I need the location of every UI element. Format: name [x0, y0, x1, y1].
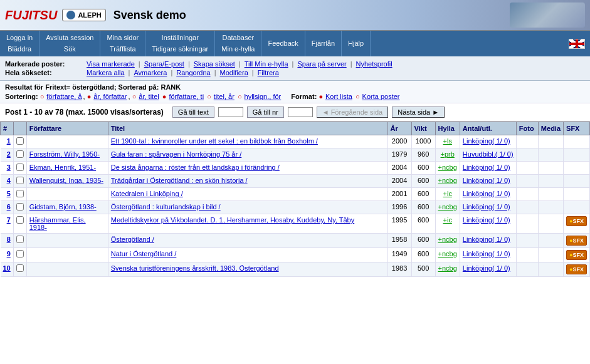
row-num-link[interactable]: 8 — [7, 236, 11, 243]
shelf-link[interactable]: +ncbg — [438, 203, 457, 211]
row-checkbox[interactable] — [16, 164, 24, 171]
nav-settings[interactable]: Inställningar Tidigare sökningar — [145, 31, 215, 56]
row-num-link[interactable]: 1 — [7, 137, 11, 145]
sfx-badge[interactable]: ●SFX — [566, 250, 587, 260]
prev-page-button[interactable]: ◄ Föregående sida — [317, 107, 389, 118]
row-checkbox[interactable] — [16, 190, 24, 197]
sfx-badge[interactable]: ●SFX — [566, 216, 587, 226]
title-link[interactable]: Trädgårdar i Östergötland : en skön hist… — [111, 177, 248, 184]
row-checkbox[interactable] — [16, 177, 24, 184]
copies-link[interactable]: Linköping( 1/ 0) — [463, 190, 510, 197]
author-link[interactable]: Wallenquist, Inga, 1935- — [29, 177, 103, 184]
sfx-badge[interactable]: ●SFX — [566, 264, 587, 274]
save-server-link[interactable]: Spara på server — [297, 60, 346, 68]
shelf-link[interactable]: +prb — [441, 150, 455, 158]
copies-link[interactable]: Linköping( 1/ 0) — [463, 250, 510, 257]
shelf-link[interactable]: +ncbg — [438, 236, 457, 243]
col-photo[interactable]: Foto — [516, 122, 538, 135]
sort-title-year[interactable]: titel, år — [214, 93, 234, 100]
shelf-link[interactable]: +ic — [443, 216, 452, 224]
row-num-link[interactable]: 10 — [3, 264, 11, 272]
sort-author-year[interactable]: författare, å — [46, 93, 82, 100]
title-link[interactable]: Katedralen i Linköping / — [111, 190, 183, 197]
title-link[interactable]: Svenska turistföreningens årsskrift. 198… — [111, 264, 279, 272]
author-link[interactable]: Gidstam, Björn, 1938- — [29, 203, 97, 211]
sort-year-title[interactable]: år, titel — [139, 93, 159, 100]
shelf-link[interactable]: +ncbg — [438, 264, 457, 272]
nav-fjärrlån[interactable]: Fjärrlån — [305, 31, 342, 56]
mark-all-link[interactable]: Markera alla — [87, 69, 125, 76]
title-link[interactable]: Ett 1900-tal : kvinnoroller under ett se… — [111, 137, 318, 145]
next-page-button[interactable]: Nästa sida ► — [392, 107, 445, 118]
row-num-link[interactable]: 7 — [7, 216, 11, 224]
goto-text-button[interactable]: Gå till text — [172, 107, 214, 118]
copies-link[interactable]: Linköping( 1/ 0) — [463, 164, 510, 171]
sort-author-ti[interactable]: författare, ti — [169, 93, 204, 100]
nav-logout[interactable]: Avsluta session Sök — [40, 31, 100, 56]
news-profile-link[interactable]: Nyhetsprofil — [356, 60, 392, 68]
copies-link[interactable]: Linköping( 1/ 0) — [463, 236, 510, 243]
format-short-list[interactable]: Kort lista — [325, 93, 352, 100]
rank-link[interactable]: Rangordna — [176, 69, 210, 76]
nav-login[interactable]: Logga in Bläddra — [0, 31, 40, 56]
row-num-link[interactable]: 3 — [7, 164, 11, 171]
nav-help[interactable]: Hjälp — [342, 31, 371, 56]
title-link[interactable]: Gula faran : spårvagen i Norrköping 75 å… — [111, 150, 242, 158]
row-checkbox[interactable] — [16, 137, 24, 145]
nav-databases[interactable]: Databaser Min e-hylla — [215, 31, 261, 56]
row-checkbox[interactable] — [16, 236, 24, 243]
col-title[interactable]: Titel — [108, 122, 387, 135]
title-link[interactable]: Östergötland / — [111, 236, 154, 243]
col-weight[interactable]: Vikt — [411, 122, 435, 135]
shelf-link[interactable]: +ic — [443, 190, 452, 197]
sort-shelf[interactable]: hyllsign., för — [245, 93, 282, 100]
copies-link[interactable]: Linköping( 1/ 0) — [463, 216, 510, 224]
create-searchset-link[interactable]: Skapa sökset — [194, 60, 235, 68]
filter-link[interactable]: Filtrera — [258, 69, 279, 76]
author-link[interactable]: Härshammar, Elis, 1918- — [29, 216, 86, 231]
save-email-link[interactable]: Spara/E-post — [144, 60, 184, 68]
row-checkbox[interactable] — [16, 150, 24, 158]
sort-year-author[interactable]: år, författar — [93, 93, 127, 100]
goto-text-input[interactable] — [218, 107, 243, 117]
col-author[interactable]: Författare — [26, 122, 108, 135]
title-link[interactable]: De sista ångarna : röster från ett lands… — [111, 164, 280, 171]
row-checkbox[interactable] — [16, 203, 24, 211]
nav-mypages[interactable]: Mina sidor Träfflista — [100, 31, 145, 56]
shelf-link[interactable]: +ncbg — [438, 250, 457, 257]
shelf-link[interactable]: +ls — [443, 137, 452, 145]
author-link[interactable]: Ekman, Henrik, 1951- — [29, 164, 96, 171]
to-my-shelf-link[interactable]: Till Min e-hylla — [245, 60, 288, 68]
row-num-link[interactable]: 9 — [7, 250, 11, 257]
copies-link[interactable]: Huvudbibl.( 1/ 0) — [463, 150, 514, 158]
modify-link[interactable]: Modifiera — [220, 69, 248, 76]
shelf-link[interactable]: +ncbg — [438, 164, 457, 171]
show-marked-link[interactable]: Visa markerade — [87, 60, 135, 68]
goto-nr-button[interactable]: Gå till nr — [247, 107, 284, 118]
copies-link[interactable]: Linköping( 1/ 0) — [463, 177, 510, 184]
col-shelf[interactable]: Hylla — [435, 122, 460, 135]
copies-link[interactable]: Linköping( 1/ 0) — [463, 264, 510, 272]
nav-flag[interactable] — [564, 31, 590, 56]
sfx-badge[interactable]: ●SFX — [566, 236, 587, 246]
row-num-link[interactable]: 6 — [7, 203, 11, 211]
unmark-link[interactable]: Avmarkera — [134, 69, 167, 76]
col-media[interactable]: Media — [538, 122, 563, 135]
copies-link[interactable]: Linköping( 1/ 0) — [463, 203, 510, 211]
col-copies[interactable]: Antal/utl. — [460, 122, 516, 135]
row-num-link[interactable]: 4 — [7, 177, 11, 184]
nav-feedback[interactable]: Feedback — [261, 31, 305, 56]
title-link[interactable]: Natur i Östergötland / — [111, 250, 177, 257]
row-checkbox[interactable] — [16, 264, 24, 272]
format-short-posts[interactable]: Korta poster — [362, 93, 400, 100]
col-num[interactable]: # — [1, 122, 14, 135]
title-link[interactable]: Östergötland : kulturlandskap i bild / — [111, 203, 221, 211]
shelf-link[interactable]: +ncbg — [438, 177, 457, 184]
row-checkbox[interactable] — [16, 216, 24, 224]
row-checkbox[interactable] — [16, 250, 24, 257]
copies-link[interactable]: Linköping( 1/ 0) — [463, 137, 510, 145]
goto-nr-input[interactable] — [288, 107, 313, 117]
col-year[interactable]: År — [387, 122, 411, 135]
title-link[interactable]: Medeltidskyrkor på Vikbolandet. D. 1, He… — [111, 216, 354, 224]
author-link[interactable]: Forsström, Willy, 1950- — [29, 150, 100, 158]
